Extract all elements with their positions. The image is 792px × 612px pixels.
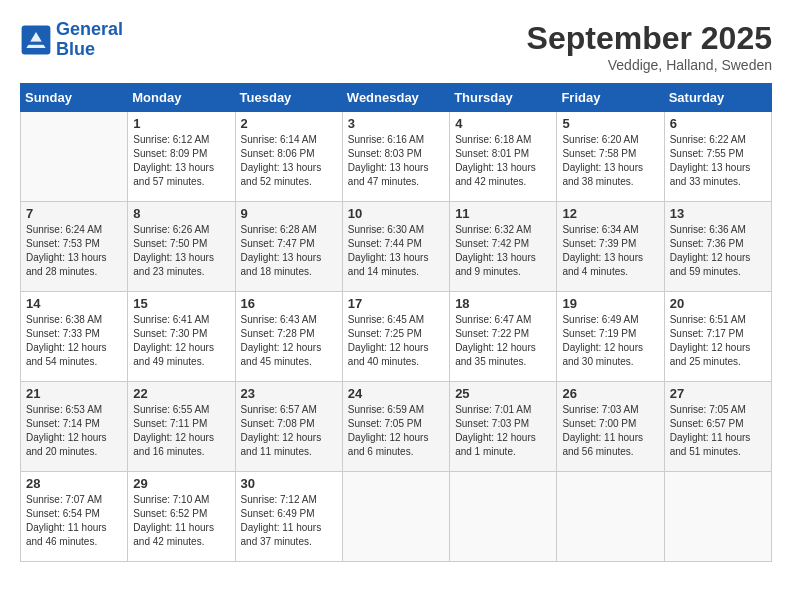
week-row-4: 21Sunrise: 6:53 AM Sunset: 7:14 PM Dayli… [21,382,772,472]
day-number: 12 [562,206,658,221]
svg-rect-2 [28,41,44,44]
day-info: Sunrise: 6:34 AM Sunset: 7:39 PM Dayligh… [562,223,658,279]
day-info: Sunrise: 6:28 AM Sunset: 7:47 PM Dayligh… [241,223,337,279]
page-header: General Blue September 2025 Veddige, Hal… [20,20,772,73]
day-info: Sunrise: 6:57 AM Sunset: 7:08 PM Dayligh… [241,403,337,459]
day-info: Sunrise: 6:36 AM Sunset: 7:36 PM Dayligh… [670,223,766,279]
calendar-cell: 14Sunrise: 6:38 AM Sunset: 7:33 PM Dayli… [21,292,128,382]
day-number: 17 [348,296,444,311]
week-row-1: 1Sunrise: 6:12 AM Sunset: 8:09 PM Daylig… [21,112,772,202]
calendar-cell: 18Sunrise: 6:47 AM Sunset: 7:22 PM Dayli… [450,292,557,382]
week-row-5: 28Sunrise: 7:07 AM Sunset: 6:54 PM Dayli… [21,472,772,562]
day-number: 21 [26,386,122,401]
day-info: Sunrise: 6:16 AM Sunset: 8:03 PM Dayligh… [348,133,444,189]
day-info: Sunrise: 6:49 AM Sunset: 7:19 PM Dayligh… [562,313,658,369]
title-block: September 2025 Veddige, Halland, Sweden [527,20,772,73]
day-info: Sunrise: 6:53 AM Sunset: 7:14 PM Dayligh… [26,403,122,459]
calendar-cell: 22Sunrise: 6:55 AM Sunset: 7:11 PM Dayli… [128,382,235,472]
calendar-cell: 10Sunrise: 6:30 AM Sunset: 7:44 PM Dayli… [342,202,449,292]
day-info: Sunrise: 6:51 AM Sunset: 7:17 PM Dayligh… [670,313,766,369]
day-info: Sunrise: 6:41 AM Sunset: 7:30 PM Dayligh… [133,313,229,369]
day-info: Sunrise: 6:30 AM Sunset: 7:44 PM Dayligh… [348,223,444,279]
day-number: 27 [670,386,766,401]
weekday-header-wednesday: Wednesday [342,84,449,112]
day-info: Sunrise: 7:12 AM Sunset: 6:49 PM Dayligh… [241,493,337,549]
calendar-cell [664,472,771,562]
calendar-cell: 15Sunrise: 6:41 AM Sunset: 7:30 PM Dayli… [128,292,235,382]
day-info: Sunrise: 6:45 AM Sunset: 7:25 PM Dayligh… [348,313,444,369]
day-number: 20 [670,296,766,311]
calendar-cell: 29Sunrise: 7:10 AM Sunset: 6:52 PM Dayli… [128,472,235,562]
calendar-cell: 12Sunrise: 6:34 AM Sunset: 7:39 PM Dayli… [557,202,664,292]
weekday-header-row: SundayMondayTuesdayWednesdayThursdayFrid… [21,84,772,112]
weekday-header-friday: Friday [557,84,664,112]
day-number: 25 [455,386,551,401]
day-number: 6 [670,116,766,131]
day-info: Sunrise: 7:01 AM Sunset: 7:03 PM Dayligh… [455,403,551,459]
day-number: 7 [26,206,122,221]
day-number: 26 [562,386,658,401]
day-number: 15 [133,296,229,311]
calendar-cell: 9Sunrise: 6:28 AM Sunset: 7:47 PM Daylig… [235,202,342,292]
week-row-2: 7Sunrise: 6:24 AM Sunset: 7:53 PM Daylig… [21,202,772,292]
day-number: 29 [133,476,229,491]
calendar-cell: 25Sunrise: 7:01 AM Sunset: 7:03 PM Dayli… [450,382,557,472]
day-info: Sunrise: 6:18 AM Sunset: 8:01 PM Dayligh… [455,133,551,189]
day-info: Sunrise: 6:12 AM Sunset: 8:09 PM Dayligh… [133,133,229,189]
calendar-cell: 5Sunrise: 6:20 AM Sunset: 7:58 PM Daylig… [557,112,664,202]
calendar-cell: 8Sunrise: 6:26 AM Sunset: 7:50 PM Daylig… [128,202,235,292]
day-number: 1 [133,116,229,131]
logo-text: General Blue [56,20,123,60]
calendar-cell: 1Sunrise: 6:12 AM Sunset: 8:09 PM Daylig… [128,112,235,202]
day-info: Sunrise: 6:14 AM Sunset: 8:06 PM Dayligh… [241,133,337,189]
day-info: Sunrise: 6:32 AM Sunset: 7:42 PM Dayligh… [455,223,551,279]
month-title: September 2025 [527,20,772,57]
calendar-cell [557,472,664,562]
day-number: 11 [455,206,551,221]
day-number: 22 [133,386,229,401]
calendar-cell: 21Sunrise: 6:53 AM Sunset: 7:14 PM Dayli… [21,382,128,472]
day-number: 19 [562,296,658,311]
day-info: Sunrise: 6:38 AM Sunset: 7:33 PM Dayligh… [26,313,122,369]
calendar-cell: 23Sunrise: 6:57 AM Sunset: 7:08 PM Dayli… [235,382,342,472]
calendar-cell [450,472,557,562]
calendar-cell: 28Sunrise: 7:07 AM Sunset: 6:54 PM Dayli… [21,472,128,562]
day-info: Sunrise: 7:10 AM Sunset: 6:52 PM Dayligh… [133,493,229,549]
calendar-cell: 13Sunrise: 6:36 AM Sunset: 7:36 PM Dayli… [664,202,771,292]
day-number: 5 [562,116,658,131]
weekday-header-thursday: Thursday [450,84,557,112]
day-number: 23 [241,386,337,401]
day-info: Sunrise: 6:43 AM Sunset: 7:28 PM Dayligh… [241,313,337,369]
day-number: 10 [348,206,444,221]
calendar-cell: 2Sunrise: 6:14 AM Sunset: 8:06 PM Daylig… [235,112,342,202]
calendar-cell: 19Sunrise: 6:49 AM Sunset: 7:19 PM Dayli… [557,292,664,382]
calendar-table: SundayMondayTuesdayWednesdayThursdayFrid… [20,83,772,562]
calendar-cell: 26Sunrise: 7:03 AM Sunset: 7:00 PM Dayli… [557,382,664,472]
day-info: Sunrise: 7:03 AM Sunset: 7:00 PM Dayligh… [562,403,658,459]
logo-icon [20,24,52,56]
day-number: 24 [348,386,444,401]
calendar-cell [21,112,128,202]
day-info: Sunrise: 6:22 AM Sunset: 7:55 PM Dayligh… [670,133,766,189]
day-number: 28 [26,476,122,491]
day-info: Sunrise: 6:47 AM Sunset: 7:22 PM Dayligh… [455,313,551,369]
week-row-3: 14Sunrise: 6:38 AM Sunset: 7:33 PM Dayli… [21,292,772,382]
day-info: Sunrise: 6:55 AM Sunset: 7:11 PM Dayligh… [133,403,229,459]
calendar-cell: 11Sunrise: 6:32 AM Sunset: 7:42 PM Dayli… [450,202,557,292]
calendar-cell [342,472,449,562]
day-number: 30 [241,476,337,491]
calendar-cell: 7Sunrise: 6:24 AM Sunset: 7:53 PM Daylig… [21,202,128,292]
day-info: Sunrise: 6:59 AM Sunset: 7:05 PM Dayligh… [348,403,444,459]
calendar-cell: 4Sunrise: 6:18 AM Sunset: 8:01 PM Daylig… [450,112,557,202]
day-info: Sunrise: 6:24 AM Sunset: 7:53 PM Dayligh… [26,223,122,279]
day-number: 9 [241,206,337,221]
weekday-header-saturday: Saturday [664,84,771,112]
calendar-cell: 17Sunrise: 6:45 AM Sunset: 7:25 PM Dayli… [342,292,449,382]
day-number: 8 [133,206,229,221]
day-info: Sunrise: 6:20 AM Sunset: 7:58 PM Dayligh… [562,133,658,189]
calendar-cell: 24Sunrise: 6:59 AM Sunset: 7:05 PM Dayli… [342,382,449,472]
calendar-cell: 6Sunrise: 6:22 AM Sunset: 7:55 PM Daylig… [664,112,771,202]
day-info: Sunrise: 6:26 AM Sunset: 7:50 PM Dayligh… [133,223,229,279]
weekday-header-monday: Monday [128,84,235,112]
location-subtitle: Veddige, Halland, Sweden [527,57,772,73]
